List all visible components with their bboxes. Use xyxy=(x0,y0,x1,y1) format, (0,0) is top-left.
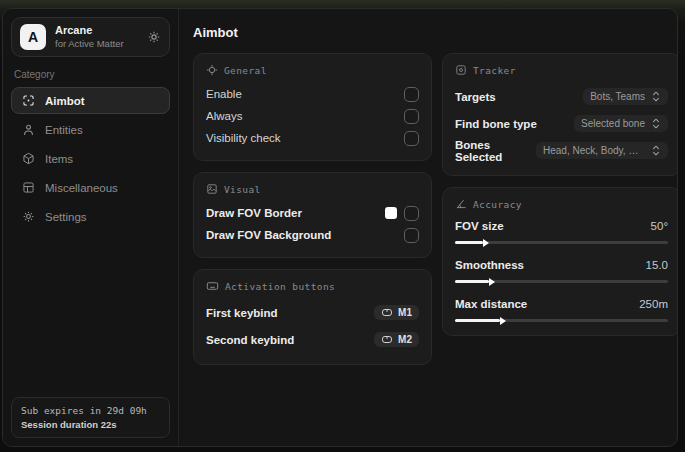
sidebar-item-label: Items xyxy=(45,153,73,165)
sidebar-item-label: Miscellaneous xyxy=(45,182,118,194)
select-value: Head, Neck, Body, Pe... xyxy=(543,145,645,156)
crosshair-icon xyxy=(206,64,218,76)
unfold-icon xyxy=(651,118,661,129)
setting-label: First keybind xyxy=(206,307,278,319)
first-keybind-button[interactable]: M1 xyxy=(374,305,419,320)
sidebar-item-miscellaneous[interactable]: Miscellaneous xyxy=(11,174,170,201)
subscription-info-card: Sub expires in 29d 09h Session duration … xyxy=(11,397,170,438)
sidebar-item-aimbot[interactable]: Aimbot xyxy=(11,87,170,114)
tracker-row-bone-type: Find bone type Selected bone xyxy=(455,110,668,137)
section-title: Activation buttons xyxy=(225,281,335,292)
tracker-row-targets: Targets Bots, Teams xyxy=(455,83,668,110)
section-title: Tracker xyxy=(473,65,516,76)
keybind-value: M1 xyxy=(398,307,412,318)
setting-row-fov-background: Draw FOV Background xyxy=(206,224,419,246)
general-card: General Enable Always Visibility check xyxy=(193,53,432,161)
tracker-section-header: Tracker xyxy=(455,64,668,76)
visibility-check-checkbox[interactable] xyxy=(404,131,419,146)
color-swatch[interactable] xyxy=(385,207,397,219)
always-checkbox[interactable] xyxy=(404,109,419,124)
slider-fov-size: FOV size 50° xyxy=(455,217,668,244)
unfold-icon xyxy=(651,91,661,102)
slider-value: 250m xyxy=(639,298,668,310)
page-title: Aimbot xyxy=(193,25,678,40)
activation-card: Activation buttons First keybind M1 xyxy=(193,269,432,365)
layout-grid-icon xyxy=(22,181,35,194)
setting-label: Draw FOV Background xyxy=(206,229,331,241)
brand-card: A Arcane for Active Matter xyxy=(11,17,170,57)
slider-thumb[interactable] xyxy=(489,278,495,286)
max-distance-slider[interactable] xyxy=(455,319,668,322)
visual-section-header: Visual xyxy=(206,183,419,195)
slider-max-distance: Max distance 250m xyxy=(455,295,668,322)
sidebar-item-items[interactable]: Items xyxy=(11,145,170,172)
keyboard-icon xyxy=(206,280,219,292)
visual-card: Visual Draw FOV Border Draw FOV Backgrou… xyxy=(193,172,432,258)
tracker-card: Tracker Targets Bots, Teams xyxy=(442,53,678,176)
setting-label: Enable xyxy=(206,88,242,100)
section-title: Visual xyxy=(224,184,261,195)
angle-icon xyxy=(455,198,467,210)
brand-logo: A xyxy=(20,24,46,50)
section-title: Accuracy xyxy=(473,199,522,210)
select-value: Bots, Teams xyxy=(590,91,645,102)
brand-name: Arcane xyxy=(55,24,138,38)
setting-label: Bones Selected xyxy=(455,139,536,163)
brand-text: Arcane for Active Matter xyxy=(55,24,138,50)
slider-fill xyxy=(455,280,489,283)
setting-row-enable: Enable xyxy=(206,83,419,105)
setting-label: Draw FOV Border xyxy=(206,207,302,219)
targets-select[interactable]: Bots, Teams xyxy=(583,88,668,105)
gear-icon xyxy=(22,210,35,223)
right-column: Tracker Targets Bots, Teams xyxy=(442,53,678,347)
sidebar-item-entities[interactable]: Entities xyxy=(11,116,170,143)
mouse-icon xyxy=(381,334,393,345)
sub-expiry-text: Sub expires in 29d 09h xyxy=(21,405,160,416)
target-box-icon xyxy=(455,64,467,76)
enable-checkbox[interactable] xyxy=(404,87,419,102)
unfold-icon xyxy=(651,145,661,156)
smoothness-slider[interactable] xyxy=(455,280,668,283)
slider-label: Smoothness xyxy=(455,259,524,271)
fov-background-checkbox[interactable] xyxy=(404,228,419,243)
sidebar-item-label: Settings xyxy=(45,211,87,223)
slider-smoothness: Smoothness 15.0 xyxy=(455,256,668,283)
bones-selected-select[interactable]: Head, Neck, Body, Pe... xyxy=(536,142,668,159)
crosshair-scan-icon xyxy=(22,94,35,107)
setting-label: Second keybind xyxy=(206,334,294,346)
setting-label: Always xyxy=(206,110,242,122)
slider-label: FOV size xyxy=(455,220,504,232)
setting-label: Find bone type xyxy=(455,118,537,130)
fov-size-slider[interactable] xyxy=(455,241,668,244)
slider-value: 50° xyxy=(651,220,668,232)
mouse-icon xyxy=(381,307,393,318)
keybind-row-second: Second keybind M2 xyxy=(206,326,419,353)
section-title: General xyxy=(224,65,267,76)
setting-row-always: Always xyxy=(206,105,419,127)
person-icon xyxy=(22,123,35,136)
setting-row-fov-border: Draw FOV Border xyxy=(206,202,419,224)
keybind-value: M2 xyxy=(398,334,412,345)
cube-icon xyxy=(22,152,35,165)
bone-type-select[interactable]: Selected bone xyxy=(574,115,668,132)
slider-fill xyxy=(455,319,500,322)
slider-thumb[interactable] xyxy=(483,239,489,247)
setting-label: Targets xyxy=(455,91,496,103)
setting-label: Visibility check xyxy=(206,132,281,144)
select-value: Selected bone xyxy=(581,118,645,129)
fov-border-checkbox[interactable] xyxy=(404,206,419,221)
second-keybind-button[interactable]: M2 xyxy=(374,332,419,347)
activation-section-header: Activation buttons xyxy=(206,280,419,292)
tracker-row-bones-selected: Bones Selected Head, Neck, Body, Pe... xyxy=(455,137,668,164)
setting-row-visibility-check: Visibility check xyxy=(206,127,419,149)
sidebar-item-label: Entities xyxy=(45,124,83,136)
slider-thumb[interactable] xyxy=(500,317,506,325)
accuracy-section-header: Accuracy xyxy=(455,198,668,210)
general-section-header: General xyxy=(206,64,419,76)
gear-icon[interactable] xyxy=(147,30,161,44)
sidebar-item-settings[interactable]: Settings xyxy=(11,203,170,230)
category-label: Category xyxy=(14,69,167,80)
sidebar: A Arcane for Active Matter Category Aimb xyxy=(3,9,179,446)
brand-subtitle: for Active Matter xyxy=(55,38,138,50)
accuracy-card: Accuracy FOV size 50° xyxy=(442,187,678,336)
